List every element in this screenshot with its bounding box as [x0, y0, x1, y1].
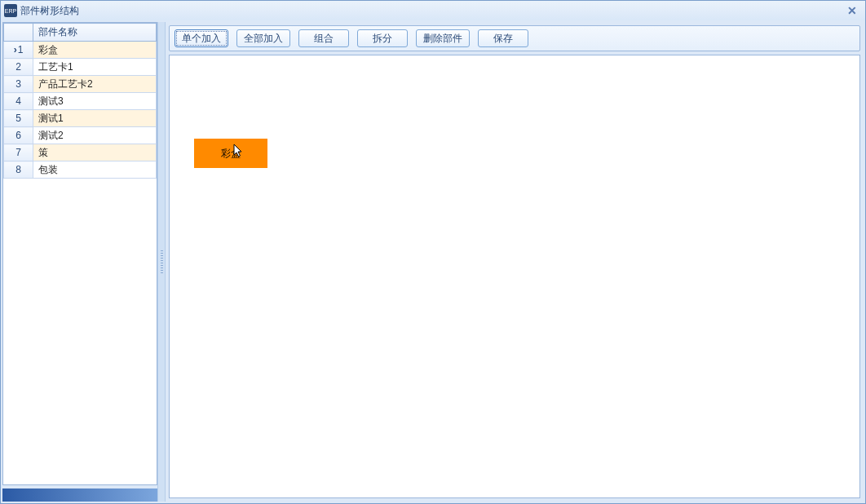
table-row[interactable]: 6 测试2 — [4, 127, 157, 144]
row-name: 策 — [33, 144, 157, 161]
table-row[interactable]: 7 策 — [4, 144, 157, 161]
delete-button[interactable]: 删除部件 — [416, 29, 470, 47]
left-panel: 部件名称 1 彩盒 2 工艺卡1 3 — [2, 22, 157, 502]
save-button[interactable]: 保存 — [478, 29, 528, 47]
close-icon[interactable]: ✕ — [842, 4, 862, 17]
row-name: 测试3 — [33, 93, 157, 110]
parts-grid[interactable]: 部件名称 1 彩盒 2 工艺卡1 3 — [2, 22, 157, 485]
row-number: 5 — [4, 110, 33, 127]
row-number: 2 — [4, 59, 33, 76]
table-row[interactable]: 5 测试1 — [4, 110, 157, 127]
toolbar: 单个加入 全部加入 组合 拆分 删除部件 保存 — [169, 25, 860, 51]
add-all-button[interactable]: 全部加入 — [236, 29, 290, 47]
col-header-rownum[interactable] — [4, 24, 33, 42]
row-number: 3 — [4, 76, 33, 93]
app-icon: ERP — [4, 4, 17, 17]
group-button[interactable]: 组合 — [298, 29, 349, 47]
row-name: 测试1 — [33, 110, 157, 127]
row-number: 8 — [4, 161, 33, 179]
grid-scrollbar-horizontal[interactable] — [2, 489, 157, 502]
row-name: 测试2 — [33, 127, 157, 144]
row-name: 包装 — [33, 161, 157, 179]
row-number: 1 — [4, 42, 33, 59]
split-button[interactable]: 拆分 — [357, 29, 408, 47]
row-number: 6 — [4, 127, 33, 144]
tree-node-label: 彩盒 — [221, 147, 241, 161]
table-row[interactable]: 8 包装 — [4, 161, 157, 179]
row-name: 产品工艺卡2 — [33, 76, 157, 93]
canvas[interactable]: 彩盒 — [169, 55, 860, 498]
table-row[interactable]: 4 测试3 — [4, 93, 157, 110]
row-name: 工艺卡1 — [33, 59, 157, 76]
right-panel: 单个加入 全部加入 组合 拆分 删除部件 保存 彩盒 — [166, 22, 864, 502]
tree-node[interactable]: 彩盒 — [194, 139, 267, 168]
col-header-name[interactable]: 部件名称 — [33, 24, 157, 42]
add-single-button[interactable]: 单个加入 — [175, 29, 228, 47]
splitter-grip-icon — [161, 250, 163, 273]
table-row[interactable]: 1 彩盒 — [4, 42, 157, 59]
splitter[interactable] — [157, 22, 166, 502]
body: 部件名称 1 彩盒 2 工艺卡1 3 — [1, 20, 865, 503]
window: ERP 部件树形结构 ✕ 部件名称 1 彩盒 — [0, 0, 866, 504]
window-title: 部件树形结构 — [20, 4, 79, 18]
table-row[interactable]: 3 产品工艺卡2 — [4, 76, 157, 93]
row-number: 7 — [4, 144, 33, 161]
titlebar: ERP 部件树形结构 ✕ — [1, 1, 865, 20]
row-name: 彩盒 — [33, 42, 157, 59]
row-number: 4 — [4, 93, 33, 110]
table-row[interactable]: 2 工艺卡1 — [4, 59, 157, 76]
